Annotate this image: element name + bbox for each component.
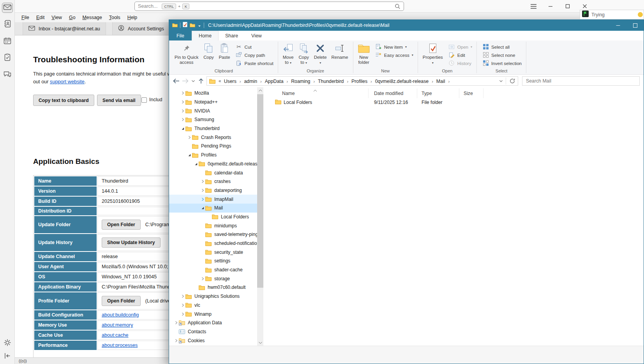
breadcrumb-roaming[interactable]: Roaming — [290, 78, 311, 85]
space-mail-button[interactable] — [2, 3, 13, 13]
space-address-book-button[interactable] — [2, 19, 13, 30]
breadcrumb-users[interactable]: Users — [223, 78, 238, 85]
chevron-right-icon[interactable] — [199, 179, 205, 184]
open-folder-button[interactable]: Open Folder — [102, 220, 141, 230]
breadcrumb-mail[interactable]: Mail — [435, 78, 446, 85]
tree-item-local-folders[interactable]: Local Folders — [169, 213, 257, 222]
copy-text-to-clipboard-button[interactable]: Copy text to clipboard — [33, 95, 94, 106]
copy-to-button[interactable]: Copyto ▾ — [296, 42, 312, 66]
column-header-date-modified[interactable]: Date modified — [369, 88, 417, 98]
chevron-down-icon[interactable] — [199, 206, 205, 210]
back-button[interactable] — [171, 76, 181, 86]
invert-selection-button[interactable]: Invert selection — [480, 59, 524, 67]
tree-item-scheduled-notifications[interactable]: scheduled-notifications — [169, 239, 257, 248]
chevron-down-icon[interactable] — [180, 126, 185, 131]
tree-item-storage[interactable]: storage — [169, 274, 257, 283]
breadcrumb-appdata[interactable]: AppData — [264, 78, 285, 85]
tab-account-settings[interactable]: Account Settings — [112, 22, 170, 35]
ribbon-tab-home[interactable]: Home — [192, 31, 219, 40]
qat-folder-small-icon[interactable] — [172, 22, 178, 29]
send-via-email-button[interactable]: Send via email — [97, 95, 141, 106]
ribbon-tab-file[interactable]: File — [169, 31, 192, 40]
show-update-history-button[interactable]: Show Update History — [102, 237, 161, 248]
tree-item-notepad[interactable]: Notepad++ — [169, 98, 257, 107]
support-website-link[interactable]: support website — [50, 79, 85, 84]
tree-item-unigraphics-solutions[interactable]: Unigraphics Solutions — [169, 292, 257, 301]
collapse-button[interactable] — [2, 352, 13, 362]
chevron-right-icon[interactable] — [199, 276, 205, 281]
tree-item-contacts[interactable]: Contacts — [169, 327, 257, 336]
pin-to-quick-access-button[interactable]: Pin to Quickaccess — [172, 42, 201, 66]
tree-item-nvidia[interactable]: NVIDIA — [169, 106, 257, 115]
tree-item-mail[interactable]: Mail — [169, 204, 257, 213]
chevron-right-icon[interactable] — [180, 91, 185, 95]
tree-item-vlc[interactable]: vlc — [169, 301, 257, 310]
chevron-right-icon[interactable] — [180, 303, 185, 308]
chevron-right-icon[interactable] — [180, 100, 185, 104]
chevron-right-icon[interactable] — [199, 197, 205, 202]
forward-button[interactable] — [181, 76, 190, 86]
maximize-button[interactable] — [564, 3, 571, 10]
breadcrumb-thunderbird[interactable]: Thunderbird — [317, 78, 345, 85]
about-processes-link[interactable]: about:processes — [102, 343, 138, 348]
chevron-down-icon[interactable] — [186, 153, 192, 157]
rename-button[interactable]: Rename — [329, 42, 351, 61]
app-menu-button[interactable] — [530, 3, 537, 10]
qat-properties-check-icon[interactable] — [183, 22, 187, 29]
easy-access-button[interactable]: Easy access▾ — [373, 51, 415, 59]
close-button[interactable] — [581, 3, 588, 10]
tree-item-hwm07c60-default[interactable]: hwm07c60.default — [169, 283, 257, 292]
chevron-right-icon[interactable] — [180, 312, 185, 317]
breadcrumb[interactable]: « Users›admin›AppData›Roaming›Thunderbir… — [206, 76, 518, 86]
address-dropdown-button[interactable] — [498, 76, 504, 86]
minimize-button[interactable] — [547, 3, 554, 10]
delete-button[interactable]: Delete▾ — [312, 42, 329, 66]
paste-shortcut-button[interactable]: Paste shortcut — [234, 59, 275, 67]
column-header-type[interactable]: Type — [417, 88, 459, 98]
global-search-bar[interactable]: Search... CTRL + K — [134, 2, 404, 11]
tree-item-minidumps[interactable]: minidumps — [169, 221, 257, 230]
tree-item-mozilla[interactable]: Mozilla — [169, 89, 257, 98]
properties-button[interactable]: Properties▾ — [420, 42, 445, 66]
include-checkbox[interactable] — [141, 97, 147, 103]
tree-item-crash-reports[interactable]: Crash Reports — [169, 133, 257, 142]
new-item-button[interactable]: New item▾ — [373, 43, 415, 51]
explorer-search-input[interactable] — [522, 78, 639, 84]
tree-item-profiles[interactable]: Profiles — [169, 151, 257, 160]
menu-help[interactable]: Help — [124, 14, 141, 21]
explorer-maximize-button[interactable] — [626, 20, 644, 31]
menu-go[interactable]: Go — [65, 14, 79, 21]
breadcrumb-profiles[interactable]: Profiles — [350, 78, 369, 85]
ribbon-tab-share[interactable]: Share — [219, 31, 245, 40]
tree-item-application-data[interactable]: Application Data — [169, 318, 257, 327]
select-all-button[interactable]: Select all — [480, 43, 524, 51]
menu-file[interactable]: File — [18, 14, 33, 21]
ribbon-tab-view[interactable]: View — [245, 31, 268, 40]
tab-inbox-bstajcar-iinet-net-au[interactable]: Inbox - bstajcar@iinet.net.au — [23, 22, 106, 35]
tree-item-pending-pings[interactable]: Pending Pings — [169, 142, 257, 151]
chevron-right-icon[interactable] — [180, 294, 185, 299]
space-calendar-button[interactable] — [2, 36, 13, 46]
qat-folder-small-icon[interactable] — [190, 22, 195, 29]
tree-item-cookies[interactable]: Cookies — [169, 336, 257, 345]
tree-item-thunderbird[interactable]: Thunderbird — [169, 124, 257, 133]
scroll-down-icon[interactable] — [257, 339, 263, 346]
breadcrumb-0qvmei8z-default-release[interactable]: 0qvmei8z.default-release — [374, 78, 430, 85]
breadcrumb-admin[interactable]: admin — [243, 78, 258, 85]
refresh-button[interactable] — [508, 76, 517, 86]
tree-item-settings[interactable]: settings — [169, 257, 257, 266]
menu-edit[interactable]: Edit — [33, 14, 48, 21]
tree-item-saved-telemetry-pings[interactable]: saved-telemetry-pings — [169, 230, 257, 239]
chevron-right-icon[interactable] — [186, 135, 192, 140]
tree-item-datareporting[interactable]: datareporting — [169, 186, 257, 195]
tree-item-calendar-data[interactable]: calendar-data — [169, 168, 257, 177]
new-folder-button[interactable]: Newfolder — [356, 42, 372, 66]
paste-button[interactable]: Paste — [216, 42, 232, 61]
chevron-down-icon[interactable] — [193, 162, 199, 166]
move-to-button[interactable]: Moveto ▾ — [281, 42, 296, 66]
tree-item-security-state[interactable]: security_state — [169, 248, 257, 257]
explorer-minimize-button[interactable] — [609, 20, 626, 31]
file-row-local-folders[interactable]: Local Folders9/11/2025 12:16File folder — [263, 98, 644, 107]
tree-item-imapmail[interactable]: ImapMail — [169, 195, 257, 204]
recent-locations-button[interactable] — [190, 76, 196, 86]
